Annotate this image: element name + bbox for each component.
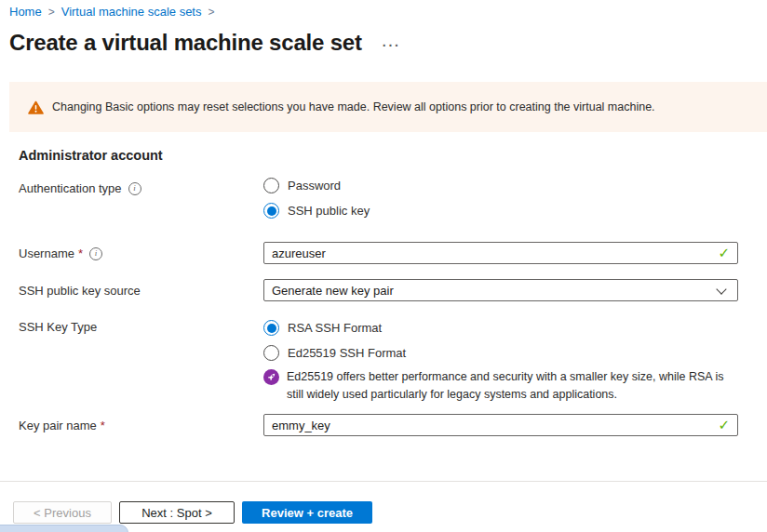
ssh-key-source-label: SSH public key source (19, 284, 141, 298)
title-row: Create a virtual machine scale set ··· (9, 30, 401, 56)
tip-line: Ed25519 offers better performance and se… (287, 368, 723, 386)
key-pair-name-input[interactable] (263, 414, 738, 436)
chevron-down-icon (716, 284, 726, 294)
radio-option-label: RSA SSH Format (288, 321, 382, 335)
ssh-key-source-label-text: SSH public key source (19, 284, 141, 298)
radio-option-ed25519[interactable]: Ed25519 SSH Format (263, 345, 406, 361)
next-spot-button[interactable]: Next : Spot > (119, 501, 235, 524)
radio-option-label: Ed25519 SSH Format (288, 346, 406, 360)
warning-icon (28, 100, 44, 114)
ssh-key-type-label: SSH Key Type (19, 320, 97, 334)
warning-banner-text: Changing Basic options may reset selecti… (52, 100, 655, 113)
authentication-type-radio-group: Password SSH public key (263, 178, 370, 228)
radio-button-icon[interactable] (263, 178, 279, 193)
page-title: Create a virtual machine scale set (9, 30, 362, 56)
radio-option-ssh-public-key[interactable]: SSH public key (263, 203, 370, 219)
info-icon[interactable]: i (89, 247, 102, 260)
key-pair-name-field-wrap: ✓ (263, 414, 738, 436)
bottom-edge-popup-peek (0, 525, 128, 532)
info-icon[interactable]: i (128, 182, 141, 195)
ssh-key-source-selected-value: Generate new key pair (272, 284, 394, 298)
radio-option-label: Password (288, 179, 341, 193)
radio-option-label: SSH public key (288, 204, 370, 218)
previous-button[interactable]: < Previous (13, 501, 112, 524)
breadcrumb-separator-icon: > (48, 6, 55, 19)
required-asterisk: * (78, 246, 83, 260)
key-pair-name-label-text: Key pair name (19, 419, 97, 432)
footer-divider (0, 481, 767, 482)
key-type-tip: Ed25519 offers better performance and se… (263, 368, 736, 404)
username-input[interactable] (263, 242, 738, 264)
breadcrumb: Home>Virtual machine scale sets> (9, 5, 222, 19)
tip-line: still widely used particularly for legac… (287, 386, 723, 404)
ssh-key-source-dropdown[interactable]: Generate new key pair (263, 279, 738, 301)
warning-banner: Changing Basic options may reset selecti… (9, 82, 767, 132)
breadcrumb-home-link[interactable]: Home (9, 5, 42, 19)
authentication-type-label: Authentication type i (19, 181, 141, 195)
radio-option-password[interactable]: Password (263, 178, 370, 193)
radio-button-icon[interactable] (263, 203, 279, 219)
review-create-button[interactable]: Review + create (242, 501, 372, 524)
radio-button-icon[interactable] (263, 345, 279, 361)
username-field-wrap: ✓ (263, 242, 738, 264)
breadcrumb-vmss-link[interactable]: Virtual machine scale sets (61, 5, 202, 19)
required-asterisk: * (101, 419, 105, 432)
ssh-key-type-label-text: SSH Key Type (19, 320, 97, 334)
key-pair-name-label: Key pair name * (19, 419, 105, 432)
radio-option-rsa[interactable]: RSA SSH Format (263, 320, 406, 336)
key-type-tip-text: Ed25519 offers better performance and se… (287, 368, 723, 404)
username-label-text: Username (19, 246, 74, 260)
rocket-icon (263, 369, 279, 404)
authentication-type-label-text: Authentication type (19, 181, 122, 195)
username-label: Username * i (19, 246, 102, 260)
section-heading: Administrator account (19, 148, 163, 163)
breadcrumb-separator-icon: > (208, 6, 214, 19)
ssh-key-type-radio-group: RSA SSH Format Ed25519 SSH Format (263, 320, 406, 370)
more-actions-icon[interactable]: ··· (383, 33, 401, 53)
radio-button-icon[interactable] (263, 320, 279, 336)
